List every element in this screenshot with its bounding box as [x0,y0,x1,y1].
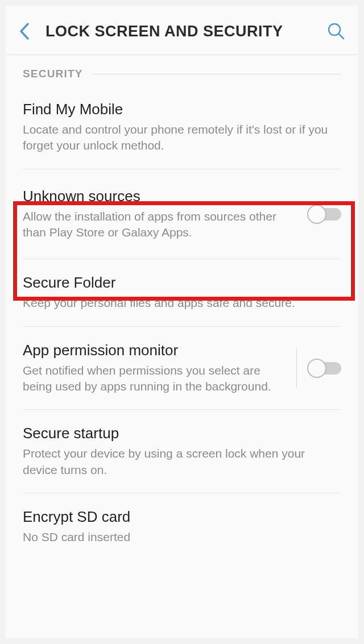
page-title: LOCK SCREEN AND SECURITY [46,23,326,40]
toggle-knob [307,205,326,224]
item-unknown-sources[interactable]: Unknown sources Allow the installation o… [6,169,358,259]
item-title: Unknown sources [23,188,296,205]
toggle-knob [307,359,326,378]
toggle-app-permission-monitor[interactable] [307,359,341,378]
section-label: SECURITY [23,68,83,80]
item-find-my-mobile[interactable]: Find My Mobile Locate and control your p… [6,86,358,169]
item-title: Encrypt SD card [23,508,341,526]
item-desc: Allow the installation of apps from sour… [23,209,296,241]
item-desc: Locate and control your phone remotely i… [23,122,341,154]
item-title: Secure startup [23,425,341,442]
item-title: Find My Mobile [23,101,341,118]
section-header-security: SECURITY [6,55,358,86]
item-title: Secure Folder [23,274,341,292]
item-desc: Keep your personal files and apps safe a… [23,295,341,311]
section-line [93,74,341,74]
back-icon[interactable] [18,22,31,41]
item-secure-folder[interactable]: Secure Folder Keep your personal files a… [6,259,358,326]
item-secure-startup[interactable]: Secure startup Protect your device by us… [6,410,358,493]
item-app-permission-monitor[interactable]: App permission monitor Get notified when… [6,327,358,410]
search-icon[interactable] [326,22,346,41]
item-encrypt-sd-card[interactable]: Encrypt SD card No SD card inserted [6,493,358,551]
item-title: App permission monitor [23,342,280,359]
svg-line-1 [339,34,344,39]
toggle-unknown-sources[interactable] [307,205,341,224]
item-desc: Get notified when permissions you select… [23,363,280,395]
app-header: LOCK SCREEN AND SECURITY [6,6,358,55]
svg-point-0 [329,24,340,35]
item-desc: No SD card inserted [23,529,341,545]
vertical-separator [296,349,297,388]
item-desc: Protect your device by using a screen lo… [23,446,341,478]
